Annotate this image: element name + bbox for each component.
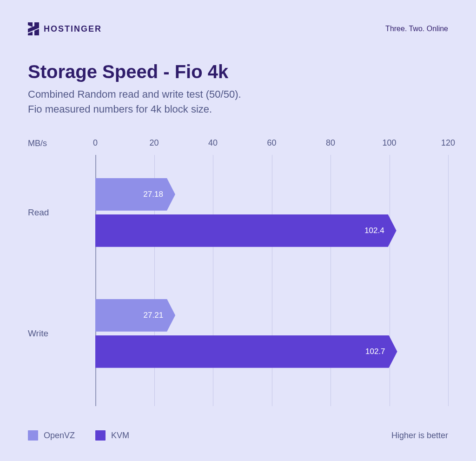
x-tick-label: 60 [267,138,276,148]
footer-hint: Higher is better [391,431,448,441]
axis-unit-label: MB/s [28,139,95,148]
chart-footer: OpenVZ KVM Higher is better [28,430,448,441]
legend-item-kvm: KVM [95,430,129,441]
bar-value-label: 102.7 [365,347,385,356]
x-tick-label: 40 [208,138,218,148]
bar-kvm: 102.7 [95,335,397,368]
bar-kvm: 102.4 [95,214,397,247]
topbar: HOSTINGER Three. Two. Online [28,22,448,35]
category-group: Read27.18102.4 [95,178,448,247]
x-tick-label: 20 [149,138,159,148]
bar-value-label: 27.21 [144,311,164,320]
category-label: Read [28,207,91,218]
brand: HOSTINGER [28,22,102,35]
legend: OpenVZ KVM [28,430,129,441]
bar-value-label: 102.4 [364,226,384,235]
brand-name: HOSTINGER [44,24,102,34]
x-tick-label: 80 [326,138,335,148]
x-tick-label: 0 [93,138,98,148]
legend-label-kvm: KVM [111,431,129,441]
y-spacer [28,155,95,406]
legend-label-openvz: OpenVZ [44,431,75,441]
x-axis: MB/s 020406080100120 [28,138,448,149]
category-label: Write [28,328,91,339]
legend-item-openvz: OpenVZ [28,430,75,441]
legend-swatch-openvz [28,430,38,441]
x-axis-ticks: 020406080100120 [95,138,448,149]
hostinger-logo-icon [28,22,39,35]
chart: MB/s 020406080100120 Read27.18102.4Write… [28,138,448,406]
chart-subtitle: Combined Random read and write test (50/… [28,87,448,117]
bar-openvz: 27.21 [95,299,175,332]
plot-row: Read27.18102.4Write27.21102.7 [28,155,448,406]
bar-openvz: 27.18 [95,178,175,211]
category-group: Write27.21102.7 [95,299,448,368]
x-tick-label: 100 [382,138,396,148]
tagline: Three. Two. Online [385,25,448,33]
bar-value-label: 27.18 [143,190,163,199]
x-tick-label: 120 [441,138,455,148]
page: HOSTINGER Three. Two. Online Storage Spe… [0,0,476,461]
chart-title: Storage Speed - Fio 4k [28,61,448,82]
gridline [448,155,449,406]
plot-area: Read27.18102.4Write27.21102.7 [95,155,448,406]
legend-swatch-kvm [95,430,106,441]
